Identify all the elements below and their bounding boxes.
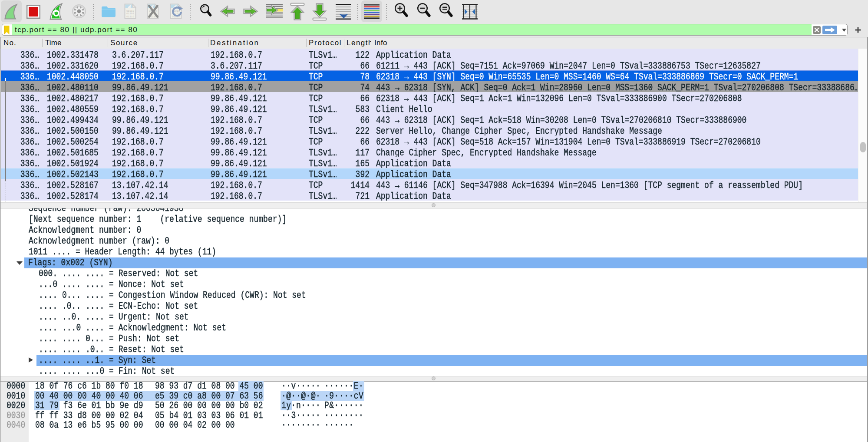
svg-text:01110: 01110 [126,15,134,18]
